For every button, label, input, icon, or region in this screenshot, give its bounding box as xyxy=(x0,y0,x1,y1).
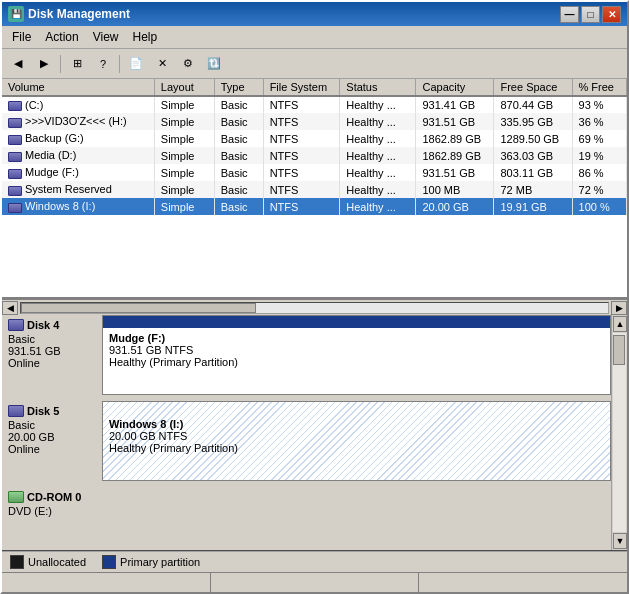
close-button[interactable]: ✕ xyxy=(602,6,621,23)
table-row[interactable]: >>>VID3O'Z<<< (H:) Simple Basic NTFS Hea… xyxy=(2,113,627,130)
table-row[interactable]: System Reserved Simple Basic NTFS Health… xyxy=(2,181,627,198)
col-freespace[interactable]: Free Space xyxy=(494,79,572,96)
cell-capacity: 1862.89 GB xyxy=(416,147,494,164)
legend: Unallocated Primary partition xyxy=(2,550,627,572)
v-scrollbar-thumb[interactable] xyxy=(613,335,625,365)
cell-status: Healthy ... xyxy=(340,130,416,147)
cell-volume: Mudge (F:) xyxy=(2,164,154,181)
cell-fs: NTFS xyxy=(263,198,340,215)
restore-button[interactable]: □ xyxy=(581,6,600,23)
col-filesystem[interactable]: File System xyxy=(263,79,340,96)
col-type[interactable]: Type xyxy=(214,79,263,96)
cell-layout: Simple xyxy=(154,198,214,215)
refresh-button[interactable]: 🔃 xyxy=(202,53,226,75)
disk-5-size: 20.00 GB xyxy=(8,431,96,443)
table-row[interactable]: Media (D:) Simple Basic NTFS Healthy ...… xyxy=(2,147,627,164)
disk-4-status: Online xyxy=(8,357,96,369)
h-scroll-right[interactable]: ▶ xyxy=(611,301,627,315)
volume-icon xyxy=(8,169,22,179)
col-layout[interactable]: Layout xyxy=(154,79,214,96)
cdrom-label: CD-ROM 0 DVD (E:) xyxy=(2,487,102,537)
disk-4-type: Basic xyxy=(8,333,96,345)
disk-5-label: Disk 5 Basic 20.00 GB Online xyxy=(2,401,102,481)
toolbar-separator-1 xyxy=(60,55,61,73)
disk-5-partition-name: Windows 8 (I:) xyxy=(109,418,604,430)
h-scroll-left[interactable]: ◀ xyxy=(2,301,18,315)
view-menu[interactable]: View xyxy=(87,28,125,46)
disk-5-name: Disk 5 xyxy=(27,405,59,417)
disk-4-icon xyxy=(8,319,24,331)
table-h-scrollbar[interactable]: ◀ ▶ xyxy=(2,299,627,315)
status-pane-3 xyxy=(419,573,627,592)
cell-status: Healthy ... xyxy=(340,113,416,130)
v-scroll-down[interactable]: ▼ xyxy=(613,533,627,549)
cell-type: Basic xyxy=(214,198,263,215)
table-row[interactable]: Windows 8 (I:) Simple Basic NTFS Healthy… xyxy=(2,198,627,215)
help-menu[interactable]: Help xyxy=(127,28,164,46)
volume-icon xyxy=(8,203,22,213)
cell-fs: NTFS xyxy=(263,130,340,147)
forward-button[interactable]: ▶ xyxy=(32,53,56,75)
v-scrollbar[interactable]: ▲ ▼ xyxy=(611,315,627,550)
disk-5-partitions[interactable]: Windows 8 (I:) 20.00 GB NTFS Healthy (Pr… xyxy=(102,401,611,481)
minimize-button[interactable]: — xyxy=(560,6,579,23)
table-row[interactable]: Backup (G:) Simple Basic NTFS Healthy ..… xyxy=(2,130,627,147)
volume-table: Volume Layout Type File System Status Ca… xyxy=(2,79,627,215)
action-menu[interactable]: Action xyxy=(39,28,84,46)
open-button[interactable]: 📄 xyxy=(124,53,148,75)
volume-table-container[interactable]: Volume Layout Type File System Status Ca… xyxy=(2,79,627,299)
cell-free: 335.95 GB xyxy=(494,113,572,130)
table-row[interactable]: Mudge (F:) Simple Basic NTFS Healthy ...… xyxy=(2,164,627,181)
v-scrollbar-track[interactable] xyxy=(613,333,626,532)
settings-button[interactable]: ⚙ xyxy=(176,53,200,75)
back-button[interactable]: ◀ xyxy=(6,53,30,75)
status-pane-2 xyxy=(211,573,420,592)
cell-layout: Simple xyxy=(154,181,214,198)
col-status[interactable]: Status xyxy=(340,79,416,96)
col-capacity[interactable]: Capacity xyxy=(416,79,494,96)
help-icon-button[interactable]: ? xyxy=(91,53,115,75)
col-volume[interactable]: Volume xyxy=(2,79,154,96)
cell-free: 72 MB xyxy=(494,181,572,198)
cdrom-type: DVD (E:) xyxy=(8,505,96,517)
cell-pct: 72 % xyxy=(572,181,626,198)
h-scrollbar-track[interactable] xyxy=(20,302,609,314)
disk-4-partitions[interactable]: Mudge (F:) 931.51 GB NTFS Healthy (Prima… xyxy=(102,315,611,395)
disk-4-size: 931.51 GB xyxy=(8,345,96,357)
cell-layout: Simple xyxy=(154,113,214,130)
disk-4-partition-content: Mudge (F:) 931.51 GB NTFS Healthy (Prima… xyxy=(103,328,610,394)
legend-unalloc-box xyxy=(10,555,24,569)
cdrom-icon xyxy=(8,491,24,503)
h-scrollbar-thumb[interactable] xyxy=(21,303,256,313)
cell-type: Basic xyxy=(214,113,263,130)
col-pctfree[interactable]: % Free xyxy=(572,79,626,96)
volume-icon xyxy=(8,186,22,196)
disk-row-5: Disk 5 Basic 20.00 GB Online Windows 8 (… xyxy=(2,401,611,481)
cdrom-partitions xyxy=(102,487,611,537)
volume-icon xyxy=(8,118,22,128)
disk-5-icon xyxy=(8,405,24,417)
cell-capacity: 1862.89 GB xyxy=(416,130,494,147)
title-bar-left: 💾 Disk Management xyxy=(8,6,130,22)
window-title: Disk Management xyxy=(28,7,130,21)
cell-volume: (C:) xyxy=(2,96,154,113)
cell-capacity: 100 MB xyxy=(416,181,494,198)
cell-layout: Simple xyxy=(154,147,214,164)
cell-status: Healthy ... xyxy=(340,164,416,181)
disk-visual-scroll[interactable]: Disk 4 Basic 931.51 GB Online Mudge (F:)… xyxy=(2,315,611,550)
cell-free: 19.91 GB xyxy=(494,198,572,215)
delete-button[interactable]: ✕ xyxy=(150,53,174,75)
content-area: Volume Layout Type File System Status Ca… xyxy=(2,79,627,592)
cell-capacity: 20.00 GB xyxy=(416,198,494,215)
cell-pct: 93 % xyxy=(572,96,626,113)
properties-button[interactable]: ⊞ xyxy=(65,53,89,75)
cell-volume: Backup (G:) xyxy=(2,130,154,147)
v-scroll-up[interactable]: ▲ xyxy=(613,316,627,332)
table-header-row: Volume Layout Type File System Status Ca… xyxy=(2,79,627,96)
disk-4-name: Disk 4 xyxy=(27,319,59,331)
file-menu[interactable]: File xyxy=(6,28,37,46)
table-row[interactable]: (C:) Simple Basic NTFS Healthy ... 931.4… xyxy=(2,96,627,113)
disk-5-partition-content: Windows 8 (I:) 20.00 GB NTFS Healthy (Pr… xyxy=(103,414,610,480)
cell-free: 870.44 GB xyxy=(494,96,572,113)
cell-status: Healthy ... xyxy=(340,147,416,164)
